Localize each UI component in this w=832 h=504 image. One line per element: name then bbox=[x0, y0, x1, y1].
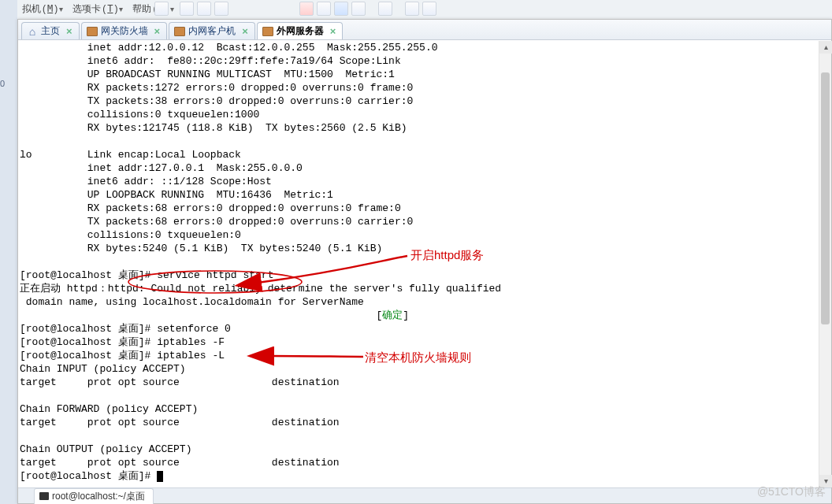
scroll-thumb[interactable] bbox=[821, 72, 830, 324]
toolbar-btn-10[interactable] bbox=[405, 2, 419, 16]
vm-icon bbox=[87, 26, 98, 37]
close-icon[interactable]: × bbox=[66, 25, 72, 37]
main-window: 主页 × 网关防火墙 × 内网客户机 × 外网服务器 × inet addr:1… bbox=[17, 19, 832, 504]
close-icon[interactable]: × bbox=[330, 25, 336, 37]
menu-vm-label: 拟机 bbox=[22, 2, 41, 16]
tab-label-home: 主页 bbox=[41, 24, 60, 38]
vm-icon bbox=[174, 26, 185, 37]
toolbar-btn-7[interactable] bbox=[334, 2, 348, 16]
menu-help-label: 帮助 bbox=[132, 2, 151, 16]
toolbar-btn-11[interactable] bbox=[422, 2, 436, 16]
menu-vm[interactable]: 拟机(M) ▾ bbox=[22, 2, 63, 16]
tab-external[interactable]: 外网服务器 × bbox=[257, 22, 344, 39]
scroll-up-icon[interactable]: ▴ bbox=[819, 41, 832, 54]
close-icon[interactable]: × bbox=[242, 25, 248, 37]
toolbar-btn-2[interactable] bbox=[180, 2, 194, 16]
chevron-down-icon: ▾ bbox=[119, 5, 123, 13]
vm-icon bbox=[262, 26, 273, 37]
toolbar-btn-4[interactable] bbox=[214, 2, 228, 16]
home-icon bbox=[27, 26, 38, 37]
toolbar-icons-right bbox=[299, 0, 436, 17]
tab-internal[interactable]: 内网客户机 × bbox=[169, 22, 255, 39]
scrollbar-vertical[interactable]: ▴ ▾ bbox=[819, 41, 831, 487]
cursor-icon bbox=[157, 471, 163, 482]
tab-label-external: 外网服务器 bbox=[277, 24, 324, 38]
toolbar-btn-6[interactable] bbox=[317, 2, 331, 16]
left-gutter: 0 bbox=[0, 0, 17, 504]
subtab-terminal[interactable]: root@localhost:~/桌面 bbox=[34, 488, 154, 504]
subtab-label: root@localhost:~/桌面 bbox=[52, 490, 145, 503]
close-icon[interactable]: × bbox=[154, 25, 161, 37]
chevron-down-icon: ▾ bbox=[59, 5, 63, 13]
terminal-output[interactable]: inet addr:12.0.0.12 Bcast:12.0.0.255 Mas… bbox=[18, 41, 831, 487]
watermark: @51CTO博客 bbox=[757, 485, 826, 499]
toolbar-btn-1[interactable] bbox=[154, 2, 169, 16]
tab-label-gateway: 网关防火墙 bbox=[101, 24, 148, 38]
menu-tabs[interactable]: 选项卡(T) ▾ bbox=[72, 2, 123, 16]
terminal-icon bbox=[39, 492, 49, 500]
menu-tabs-label: 选项卡 bbox=[72, 2, 101, 16]
toolbar-record-icon[interactable] bbox=[299, 2, 314, 16]
subtab-bar: root@localhost:~/桌面 bbox=[18, 487, 831, 503]
tab-strip: 主页 × 网关防火墙 × 内网客户机 × 外网服务器 × bbox=[18, 20, 831, 40]
toolbar-btn-8[interactable] bbox=[351, 2, 366, 16]
toolbar-icons bbox=[154, 0, 240, 17]
tab-home[interactable]: 主页 × bbox=[21, 22, 80, 39]
toolbar-btn-3[interactable] bbox=[197, 2, 211, 16]
toolbar-btn-9[interactable] bbox=[378, 2, 392, 16]
tab-label-internal: 内网客户机 bbox=[188, 24, 236, 38]
tab-gateway[interactable]: 网关防火墙 × bbox=[81, 22, 168, 39]
left-label: 0 bbox=[0, 79, 5, 88]
